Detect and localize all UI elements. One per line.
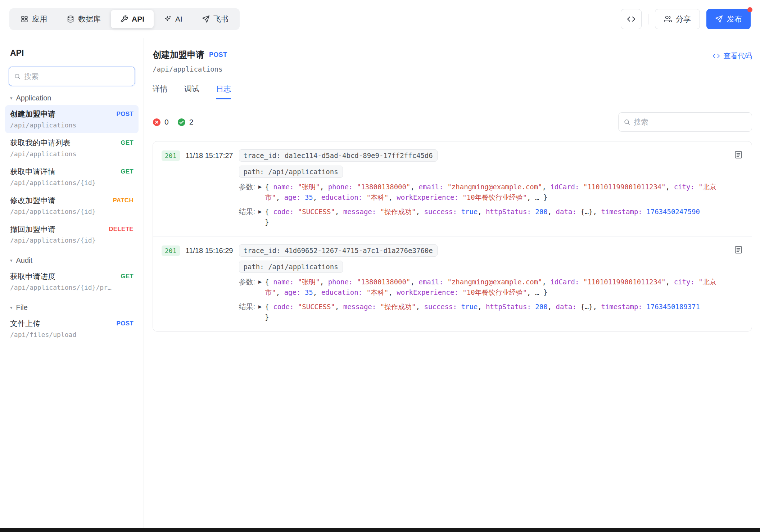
error-stat: 0 [153,118,169,126]
publish-button[interactable]: 发布 [706,9,751,29]
api-item-title: 获取我的申请列表 [10,138,71,148]
sidebar-title: API [10,48,139,58]
api-method-badge: POST [117,320,134,327]
log-stats-row: 0 2 [153,112,752,132]
error-circle-icon [153,118,161,126]
module-tab-ai[interactable]: AI [154,10,192,28]
module-tab-api[interactable]: API [111,10,154,28]
expand-icon[interactable]: ▶ [258,207,262,217]
log-json: { name: "张明", phone: "13800138000", emai… [265,277,724,298]
api-item-title: 修改加盟申请 [10,195,55,206]
log-detail-button[interactable] [734,150,743,161]
api-method-badge: GET [121,139,134,146]
api-item-path: /api/applications/{id}/pr… [10,284,134,291]
topbar-actions: 分享 发布 [621,9,751,29]
group-label: File [16,303,28,312]
api-item-path: /api/applications [10,150,134,158]
log-kv-row: 结果:▶{ code: "SUCCESS", message: "操作成功", … [239,207,725,227]
api-group-application[interactable]: ▾Application [5,94,139,102]
api-item-title: 创建加盟申请 [10,109,55,119]
api-item-path: /api/applications/{id} [10,236,134,244]
log-json: { name: "张明", phone: "13800138000", emai… [265,182,724,203]
sparkle-icon [164,15,172,23]
content-tabs: 详情调试日志 [153,84,752,99]
api-item-path: /api/applications/{id} [10,208,134,215]
caret-down-icon: ▾ [10,258,13,263]
sidebar-search-box [9,67,135,86]
module-tab-label: 飞书 [213,14,229,24]
success-count: 2 [189,118,194,126]
log-search-box [618,112,752,132]
expand-icon[interactable]: ▶ [258,277,262,287]
log-chip: trace_id: da1ec114-d5ad-4bcd-89e9-17ff2f… [239,149,438,162]
log-json: { code: "SUCCESS", message: "操作成功", succ… [265,302,724,323]
sidebar-api-item[interactable]: 撤回加盟申请DELETE/api/applications/{id} [5,220,139,248]
code-icon [627,15,635,23]
sidebar: API ▾Application创建加盟申请POST/api/applicati… [0,38,144,528]
api-header: 创建加盟申请 POST /api/applications 查看代码 [153,49,752,73]
notification-dot [747,7,752,12]
view-code-link[interactable]: 查看代码 [712,51,752,61]
group-label: Audit [16,256,33,265]
error-count: 0 [164,118,169,126]
sidebar-api-item[interactable]: 创建加盟申请POST/api/applications [5,105,139,133]
api-group-audit[interactable]: ▾Audit [5,256,139,265]
status-code-badge: 201 [162,245,180,256]
content-tab[interactable]: 日志 [216,84,231,99]
content-tab[interactable]: 详情 [153,84,168,99]
body: API ▾Application创建加盟申请POST/api/applicati… [0,38,760,528]
sidebar-api-item[interactable]: 文件上传POST/api/files/upload [5,315,139,343]
code-view-button[interactable] [621,9,642,29]
api-method-badge: GET [121,168,134,175]
send-icon [715,15,723,23]
log-detail-button[interactable] [734,245,743,256]
log-json: { code: "SUCCESS", message: "操作成功", succ… [265,207,724,227]
sidebar-search-input[interactable] [24,72,130,81]
log-search-input[interactable] [634,118,747,126]
sidebar-api-item[interactable]: 获取我的申请列表GET/api/applications [5,134,139,162]
log-entry-body: trace_id: da1ec114-d5ad-4bcd-89e9-17ff2f… [239,149,725,227]
module-tab-apps[interactable]: 应用 [11,10,56,28]
api-group-file[interactable]: ▾File [5,303,139,312]
content-tab[interactable]: 调试 [184,84,199,99]
log-kv-row: 参数:▶{ name: "张明", phone: "13800138000", … [239,182,725,203]
expand-icon[interactable]: ▶ [258,302,262,312]
code-icon [712,52,720,60]
log-entry: 20111/18 15:16:29trace_id: 41d69652-1267… [153,236,752,331]
send-icon [202,15,210,23]
sidebar-api-item[interactable]: 获取申请详情GET/api/applications/{id} [5,163,139,191]
kv-label: 结果: [239,207,255,217]
status-code-badge: 201 [162,150,180,161]
api-method-badge: GET [121,273,134,280]
module-tab-database[interactable]: 数据库 [57,10,110,28]
log-entry: 20111/18 15:17:27trace_id: da1ec114-d5ad… [153,141,752,236]
api-item-title: 获取申请详情 [10,167,55,177]
api-tree: ▾Application创建加盟申请POST/api/applications获… [5,94,139,343]
module-tab-label: 应用 [32,14,47,24]
kv-label: 参数: [239,182,255,192]
kv-label: 结果: [239,302,255,312]
publish-button-wrap: 发布 [706,9,751,29]
sidebar-api-item[interactable]: 获取申请进度GET/api/applications/{id}/pr… [5,267,139,296]
database-icon [67,15,74,23]
api-item-title: 获取申请进度 [10,271,55,281]
endpoint-path: /api/applications [153,65,227,73]
main-panel: 创建加盟申请 POST /api/applications 查看代码 详情调试日… [144,38,760,528]
publish-button-label: 发布 [727,14,742,24]
log-kv-row: 结果:▶{ code: "SUCCESS", message: "操作成功", … [239,302,725,323]
api-method-badge: DELETE [109,226,134,233]
log-list: 20111/18 15:17:27trace_id: da1ec114-d5ad… [153,141,752,332]
api-item-title: 文件上传 [10,319,40,329]
module-tab-feishu[interactable]: 飞书 [193,10,238,28]
toolbar-divider [648,14,648,24]
page-title: 创建加盟申请 [153,49,204,60]
tool-icon [120,15,128,23]
expand-icon[interactable]: ▶ [258,182,262,192]
view-code-label: 查看代码 [723,51,752,61]
caret-down-icon: ▾ [10,96,13,100]
module-tab-label: 数据库 [78,14,101,24]
share-button[interactable]: 分享 [655,9,700,29]
sidebar-api-item[interactable]: 修改加盟申请PATCH/api/applications/{id} [5,191,139,220]
log-timestamp: 11/18 15:16:29 [186,247,233,255]
log-chip: path: /api/applications [239,166,343,178]
